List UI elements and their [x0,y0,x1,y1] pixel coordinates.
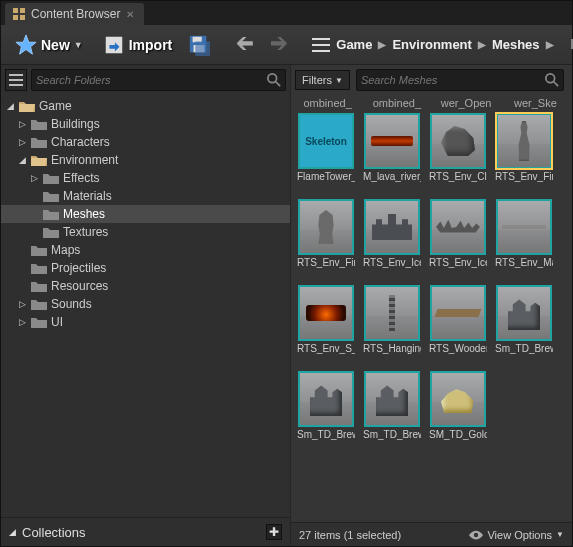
asset-thumbnail[interactable] [298,371,354,427]
svg-rect-0 [13,8,18,13]
asset-thumbnail[interactable] [496,199,552,255]
view-options-button[interactable]: View Options ▼ [469,529,564,541]
folder-icon [31,316,47,328]
search-folders-field[interactable] [31,69,286,91]
tree-item-label: Buildings [51,117,100,131]
asset-grid[interactable]: ombined_ombined_wer_Openwer_SkeSkeletonF… [291,95,572,522]
asset-thumbnail[interactable] [496,113,552,169]
asset-thumbnail[interactable] [430,113,486,169]
asset-item[interactable]: RTS_Env_Ice_Fort_ [429,199,487,281]
expand-arrow-icon[interactable]: ◢ [17,155,27,165]
grid-icon [13,8,25,20]
path-picker-icon[interactable] [312,38,330,52]
add-collection-button[interactable]: ✚ [266,524,282,540]
tree-item-buildings[interactable]: ▷Buildings [1,115,290,133]
import-label: Import [129,37,173,53]
view-options-label: View Options [487,529,552,541]
tree-item-textures[interactable]: Textures [1,223,290,241]
filters-button[interactable]: Filters ▼ [295,70,350,90]
show-folder-button[interactable] [570,36,573,53]
close-icon[interactable]: ✕ [126,9,134,20]
expand-arrow-icon[interactable]: ▷ [17,137,27,147]
asset-item[interactable]: Sm_TD_Brewery_0 [363,371,421,453]
asset-thumbnail[interactable] [298,285,354,341]
expand-arrow-icon[interactable]: ◢ [5,101,15,111]
chevron-right-icon[interactable]: ▶ [546,39,554,50]
asset-item[interactable]: RTS_Env_Fire_Gri [495,113,553,195]
expand-arrow-icon[interactable]: ▷ [17,299,27,309]
tree-item-characters[interactable]: ▷Characters [1,133,290,151]
asset-thumbnail[interactable] [364,113,420,169]
tree-item-label: Effects [63,171,99,185]
asset-thumbnail[interactable] [430,199,486,255]
asset-label: M_lava_river_01 [363,171,421,195]
tree-item-projectiles[interactable]: Projectiles [1,259,290,277]
asset-thumbnail[interactable] [364,371,420,427]
folder-icon [43,226,59,238]
asset-thumbnail[interactable] [298,199,354,255]
search-assets-input[interactable] [361,74,545,86]
tree-item-ui[interactable]: ▷UI [1,313,290,331]
breadcrumb-item[interactable]: Meshes [492,37,540,52]
folder-icon [43,172,59,184]
breadcrumb-item[interactable]: Game [336,37,372,52]
asset-item[interactable]: Sm_TD_Brewery_0 [297,371,355,453]
asset-item[interactable]: RTS_Hanging_Chai [363,285,421,367]
tab-content-browser[interactable]: Content Browser ✕ [5,3,144,25]
asset-item[interactable]: RTS_Env_S_EV_Fo [297,285,355,367]
folder-icon [31,262,47,274]
search-folders-input[interactable] [36,74,267,86]
filters-label: Filters [302,74,332,86]
folder-icon [31,244,47,256]
asset-item[interactable]: Sm_TD_Brewery_01 [495,285,553,367]
svg-point-17 [474,532,478,536]
asset-thumbnail[interactable]: Skeleton [298,113,354,169]
asset-item[interactable]: RTS_Wooden_Plan [429,285,487,367]
asset-thumbnail[interactable] [430,285,486,341]
import-icon [103,34,125,56]
import-button[interactable]: Import [97,30,179,60]
chevron-right-icon[interactable]: ▶ [478,39,486,50]
expand-arrow-icon[interactable]: ▷ [17,317,27,327]
sources-panel: ◢Game▷Buildings▷Characters◢Environment▷E… [1,65,291,546]
tree-item-game[interactable]: ◢Game [1,97,290,115]
folder-tree[interactable]: ◢Game▷Buildings▷Characters◢Environment▷E… [1,95,290,517]
tree-item-resources[interactable]: Resources [1,277,290,295]
chevron-right-icon[interactable]: ▶ [378,39,386,50]
asset-item[interactable]: M_lava_river_01 [363,113,421,195]
chevron-down-icon[interactable]: ◢ [9,527,16,537]
tree-item-materials[interactable]: Materials [1,187,290,205]
tree-item-sounds[interactable]: ▷Sounds [1,295,290,313]
breadcrumb-item[interactable]: Environment [392,37,471,52]
chevron-down-icon: ▼ [335,76,343,85]
asset-thumbnail[interactable] [364,285,420,341]
asset-label: ombined_ [297,97,358,109]
asset-label: RTS_Env_MainFlo [495,257,553,281]
asset-item[interactable]: RTS_Env_Ice_Fort_ [363,199,421,281]
tree-item-label: Game [39,99,72,113]
tree-item-maps[interactable]: Maps [1,241,290,259]
folder-icon [43,208,59,220]
asset-label: wer_Ske [505,97,566,109]
new-button[interactable]: New ▼ [9,30,89,60]
main-split: ◢Game▷Buildings▷Characters◢Environment▷E… [1,65,572,546]
asset-item[interactable]: SM_TD_Gold_Pile [429,371,487,453]
asset-item[interactable]: RTS_Env_MainFlo [495,199,553,281]
asset-item[interactable]: SkeletonFlameTower_Ske [297,113,355,195]
tree-item-environment[interactable]: ◢Environment [1,151,290,169]
save-all-button[interactable] [186,32,212,58]
expand-arrow-icon[interactable]: ▷ [17,119,27,129]
history-forward-button[interactable]: 🡲 [266,32,292,57]
asset-item[interactable]: RTS_Env_Cliffs_Cli [429,113,487,195]
history-back-button[interactable]: 🡰 [232,32,258,57]
toggle-sources-button[interactable] [5,69,27,91]
tree-item-effects[interactable]: ▷Effects [1,169,290,187]
asset-item[interactable]: RTS_Env_Fire_Nor [297,199,355,281]
asset-thumbnail[interactable] [364,199,420,255]
expand-arrow-icon[interactable]: ▷ [29,173,39,183]
tree-item-meshes[interactable]: Meshes [1,205,290,223]
asset-label: RTS_Env_S_EV_Fo [297,343,355,367]
asset-thumbnail[interactable] [430,371,486,427]
asset-thumbnail[interactable] [496,285,552,341]
search-assets-field[interactable] [356,69,564,91]
